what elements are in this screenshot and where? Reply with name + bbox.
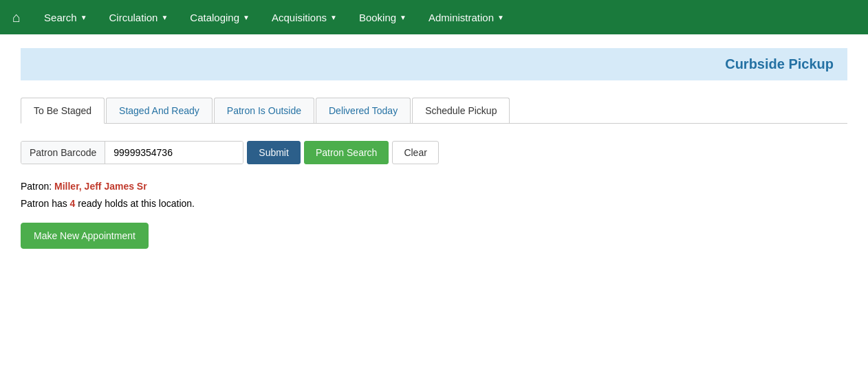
tab-delivered-today[interactable]: Delivered Today <box>316 98 411 123</box>
holds-prefix: Patron has <box>21 198 67 209</box>
barcode-form-row: Patron Barcode Submit Patron Search Clea… <box>21 141 847 164</box>
submit-button[interactable]: Submit <box>247 141 301 164</box>
barcode-label: Patron Barcode <box>21 142 105 164</box>
clear-button[interactable]: Clear <box>392 141 438 164</box>
page-header-bar: Curbside Pickup <box>21 48 847 80</box>
patron-holds-line: Patron has 4 ready holds at this locatio… <box>21 195 847 212</box>
booking-caret-icon: ▼ <box>400 14 406 21</box>
tab-schedule-pickup[interactable]: Schedule Pickup <box>412 98 510 123</box>
nav-administration[interactable]: Administration ▼ <box>417 0 515 34</box>
page-content: Curbside Pickup To Be Staged Staged And … <box>0 34 868 263</box>
nav-acquisitions[interactable]: Acquisitions ▼ <box>261 0 348 34</box>
nav-cataloging[interactable]: Cataloging ▼ <box>179 0 261 34</box>
barcode-input-group: Patron Barcode <box>21 141 243 164</box>
nav-search[interactable]: Search ▼ <box>33 0 98 34</box>
patron-prefix: Patron: <box>21 181 52 192</box>
tab-bar: To Be Staged Staged And Ready Patron Is … <box>21 98 847 124</box>
page-title: Curbside Pickup <box>725 56 834 71</box>
patron-name-line: Patron: Miller, Jeff James Sr <box>21 178 847 195</box>
home-icon[interactable]: ⌂ <box>7 4 26 31</box>
patron-name: Miller, Jeff James Sr <box>54 181 147 192</box>
tab-staged-and-ready[interactable]: Staged And Ready <box>106 98 213 123</box>
nav-booking[interactable]: Booking ▼ <box>348 0 417 34</box>
nav-circulation[interactable]: Circulation ▼ <box>98 0 180 34</box>
acquisitions-caret-icon: ▼ <box>330 14 337 21</box>
administration-caret-icon: ▼ <box>497 14 504 21</box>
patron-info: Patron: Miller, Jeff James Sr Patron has… <box>21 178 847 212</box>
holds-suffix: ready holds at this location. <box>78 198 195 209</box>
top-navbar: ⌂ Search ▼ Circulation ▼ Cataloging ▼ Ac… <box>0 0 868 34</box>
search-caret-icon: ▼ <box>80 14 87 21</box>
barcode-input[interactable] <box>105 142 243 164</box>
circulation-caret-icon: ▼ <box>161 14 168 21</box>
patron-search-button[interactable]: Patron Search <box>304 141 389 164</box>
tab-patron-is-outside[interactable]: Patron Is Outside <box>214 98 314 123</box>
tab-to-be-staged[interactable]: To Be Staged <box>21 98 105 124</box>
make-new-appointment-button[interactable]: Make New Appointment <box>21 223 149 249</box>
cataloging-caret-icon: ▼ <box>243 14 250 21</box>
holds-count: 4 <box>70 198 76 209</box>
